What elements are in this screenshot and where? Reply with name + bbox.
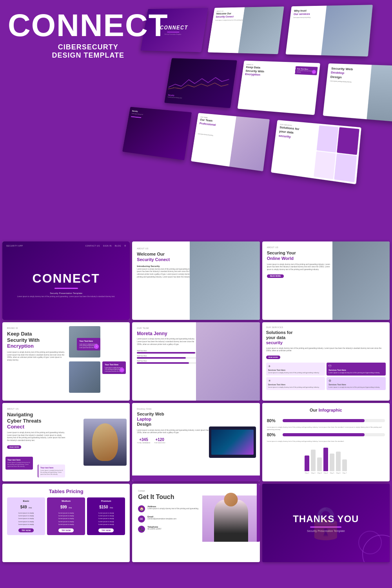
slide-pricing: Tables Pricing Basic $49 /mo Lorem ipsum… xyxy=(2,484,130,562)
bar-6 xyxy=(336,452,341,471)
inf-row-2: 80% xyxy=(267,432,385,437)
cyber-img xyxy=(83,419,127,466)
inf-bar-1 xyxy=(283,419,385,422)
sol-card-2: 🛡 Services Text Here Lorem ipsum is simp… xyxy=(327,363,386,376)
thumb-keep-data: BRAND ID Keep DataSecurity WithEncryptio… xyxy=(238,60,320,115)
skill1-bar xyxy=(137,352,202,354)
slide-welcome: ABOUT US Welcome Our Security Conect Int… xyxy=(132,241,260,320)
keep-data-title: Keep Data Security With Encryption xyxy=(7,331,125,349)
skill2-fill xyxy=(137,357,185,359)
slide-thanks: 🔒 THANKS YOU Security Presentation Templ… xyxy=(262,484,390,562)
textbox1-arrow: › xyxy=(94,344,99,349)
bar-col-2: Day 2 xyxy=(311,450,316,474)
bar-3 xyxy=(317,457,322,471)
contact-purple-bar xyxy=(257,484,260,542)
slide-nav: SECURITY APP CONTACT US SIGN IN BLOG ☰ xyxy=(2,245,130,247)
bar-2 xyxy=(311,450,316,471)
row-4: ABOUT US Navigating Cyber Threats Conect… xyxy=(0,403,392,484)
laptop-purple-bar xyxy=(132,475,260,481)
bar-col-4: Day 4 xyxy=(323,448,328,474)
laptop-img xyxy=(209,426,256,458)
thumb-solutions: OUR SERVICES Solutions foryour datasecur… xyxy=(271,120,361,184)
plan-premium: Premium $150 /mo Lorem ipsum is simply L… xyxy=(87,497,125,535)
sun-icon: ☀ xyxy=(268,379,323,383)
bar-5 xyxy=(330,454,334,471)
sol-card-4: ⚙ Services Text Here Lorem ipsum is simp… xyxy=(327,377,386,390)
email-icon: ✉ xyxy=(138,515,145,523)
bar-7 xyxy=(342,459,347,471)
plan-basic-btn[interactable]: TRY NOW xyxy=(18,528,34,532)
bar-col-1: Day 1 xyxy=(305,456,309,474)
inf-bar-1-fill xyxy=(283,419,365,422)
thumb-security-web: Security WebDesktopDesign Lorem ipsum pr… xyxy=(323,64,392,123)
slide-cyber: ABOUT US Navigating Cyber Threats Conect… xyxy=(2,403,130,481)
textbox2-arrow: › xyxy=(120,368,124,372)
plan-premium-btn[interactable]: TRY NOW xyxy=(98,528,114,532)
securing-img xyxy=(332,241,390,320)
thumb-why-trust: Why trustOur services Lorem ipsum dummy … xyxy=(286,5,373,56)
cyber-read-more[interactable]: READ MORE xyxy=(7,445,21,449)
hero-title-block: CONNECT CIBERSECURTY DESIGN TEMPLATE xyxy=(8,10,169,60)
inf-row-1: 80% xyxy=(267,418,385,423)
securing-read-more[interactable]: READ MORE xyxy=(267,274,284,278)
bar-1 xyxy=(305,456,309,471)
send-icon: ✈ xyxy=(268,365,323,368)
hero-section: CONNECT CIBERSECURTY DESIGN TEMPLATE CON… xyxy=(0,0,392,239)
solutions-grid: ✈ Services Text Here Lorem ipsum is simp… xyxy=(266,363,386,390)
phone-icon: 📞 xyxy=(138,526,145,533)
bar-col-6: Day 6 xyxy=(336,452,341,474)
thumb-welcome: ABOUT US Welcome OurSecurity Conect Lore… xyxy=(208,7,284,54)
sol-card-3: ☀ Services Text Here Lorem ipsum is simp… xyxy=(266,377,325,390)
textbox2: Your Text Here Lorem ipsum is simply dum… xyxy=(102,361,126,374)
row-3: BRAND ID Keep Data Security With Encrypt… xyxy=(0,322,392,403)
pricing-title: Tables Pricing xyxy=(7,488,125,494)
solutions-read-more[interactable]: READ MORE xyxy=(266,356,280,359)
hero-subtitle: CIBERSECURTY DESIGN TEMPLATE xyxy=(8,43,169,60)
plan-medium: Medium $99 /mo Lorem ipsum is simply Lor… xyxy=(47,497,85,535)
cyber-textbox1: Your text here Lorem ipsum is simply dum… xyxy=(5,457,33,470)
hero-main-title: CONNECT xyxy=(8,10,169,41)
skill3-fill xyxy=(137,362,189,364)
globe-circle-inner xyxy=(358,531,382,554)
slide-contact: Contact Get It Touch 🏠 Address Lorem ips… xyxy=(132,484,260,562)
stat-1: +345 TOTAL DATABASE xyxy=(137,437,150,444)
connect-big-title: CONNECT xyxy=(33,271,100,286)
pricing-cards: Basic $49 /mo Lorem ipsum is simply Lore… xyxy=(7,497,125,535)
gear-icon: ⚙ xyxy=(328,379,384,383)
row-5: Tables Pricing Basic $49 /mo Lorem ipsum… xyxy=(0,484,392,564)
connect-purple-bar xyxy=(54,288,78,289)
keep-data-img2 xyxy=(69,361,100,393)
bar-col-5: Day 5 xyxy=(330,454,334,474)
row-2: SECURITY APP CONTACT US SIGN IN BLOG ☰ C… xyxy=(0,239,392,322)
address-icon: 🏠 xyxy=(138,505,145,512)
contact-person-img xyxy=(202,495,260,542)
sol-card-1: ✈ Services Text Here Lorem ipsum is simp… xyxy=(266,363,325,376)
slide-team: OUR TEAM Moreta Jenny Lorem ipsum is sim… xyxy=(132,322,260,401)
slide-solutions: OUR SERVICES Solutions for your data sec… xyxy=(262,322,390,401)
thumb-nav: Security Lorem ipsum dummy text xyxy=(122,107,192,160)
inf-bar-2-fill xyxy=(283,433,365,436)
connect-desc: Lorem ipsum is simply dummy text of the … xyxy=(17,296,115,298)
plan-medium-btn[interactable]: TRY NOW xyxy=(58,528,74,532)
slide-infographic: Our Infographic 80% Lorem ipsum is simpl… xyxy=(262,403,390,481)
bar-4 xyxy=(323,448,328,471)
skill2-bar xyxy=(137,357,202,359)
plan-basic: Basic $49 /mo Lorem ipsum is simply Lore… xyxy=(7,497,45,535)
skill3-bar xyxy=(137,362,202,364)
slide-keep-data: BRAND ID Keep Data Security With Encrypt… xyxy=(2,322,130,401)
thumb-stock: Security Lorem ipsum dummy text xyxy=(164,58,237,108)
slide-laptop: Desktop Slide Security Web Laptop Design… xyxy=(132,403,260,481)
shield-icon: 🛡 xyxy=(328,365,384,368)
bar-col-7: Day 7 xyxy=(342,459,347,474)
bar-chart: Day 1 Day 2 Day 3 Day 4 Day 5 xyxy=(267,446,385,474)
skill1-fill xyxy=(137,352,195,354)
thumb-team: OUR TEAM Our TeamProfessional Lorem ipsu… xyxy=(191,113,270,171)
connect-tagline: Security Presentation Template xyxy=(50,292,82,294)
infographic-bars: 80% Lorem ipsum is simply dummy text of … xyxy=(267,418,385,443)
slide-connect-main: SECURITY APP CONTACT US SIGN IN BLOG ☰ C… xyxy=(2,241,130,320)
textbox1: Your Text Here Lorem ipsum is simply dum… xyxy=(77,338,100,350)
team-photo xyxy=(196,322,260,401)
solutions-title: Solutions for your data security xyxy=(266,330,386,346)
cyber-textbox2: Your text here Lorem ipsum is simply dum… xyxy=(38,465,65,477)
inf-bar-2 xyxy=(283,433,385,436)
